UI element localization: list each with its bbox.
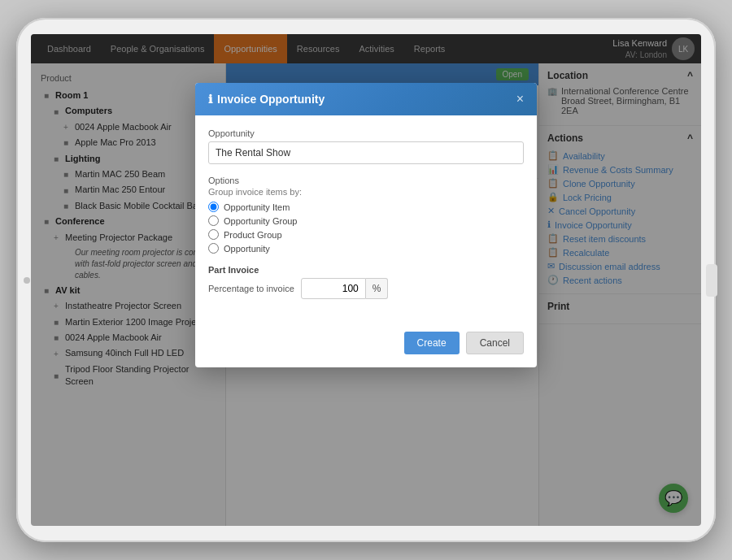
part-invoice-label: Part Invoice <box>208 265 524 275</box>
opportunity-field-group: Opportunity <box>208 128 524 164</box>
radio-group: Opportunity Item Opportunity Group Produ… <box>208 202 524 254</box>
opportunity-input[interactable] <box>208 141 524 164</box>
opportunity-field-label: Opportunity <box>208 128 524 138</box>
ipad-frame: Dashboard People & Organisations Opportu… <box>16 18 716 542</box>
modal-overlay: ℹ Invoice Opportunity × Opportunity Opti… <box>31 34 701 526</box>
modal-close-button[interactable]: × <box>516 93 524 106</box>
modal-icon: ℹ <box>208 93 212 106</box>
invoice-modal: ℹ Invoice Opportunity × Opportunity Opti… <box>195 83 537 367</box>
options-sublabel: Group invoice items by: <box>208 187 524 197</box>
radio-product-group-input[interactable] <box>208 229 219 240</box>
options-section: Options Group invoice items by: Opportun… <box>208 176 524 254</box>
percent-symbol: % <box>366 278 389 299</box>
part-invoice-section: Part Invoice Percentage to invoice % <box>208 265 524 299</box>
radio-opportunity-item-input[interactable] <box>208 202 219 212</box>
percent-input-row: % <box>301 278 389 299</box>
cancel-button[interactable]: Cancel <box>466 332 524 354</box>
ipad-home-button[interactable] <box>706 264 717 297</box>
ipad-camera <box>24 277 30 284</box>
radio-opportunity-group-input[interactable] <box>208 215 219 226</box>
radio-opportunity-label: Opportunity <box>224 244 270 254</box>
modal-body: Opportunity Options Group invoice items … <box>195 115 537 325</box>
percentage-input[interactable] <box>301 278 366 299</box>
options-label: Options <box>208 176 524 185</box>
modal-footer: Create Cancel <box>195 325 537 367</box>
radio-product-group-label: Product Group <box>224 230 282 240</box>
create-button[interactable]: Create <box>404 332 460 354</box>
radio-product-group[interactable]: Product Group <box>208 229 524 240</box>
percentage-label: Percentage to invoice <box>208 284 294 293</box>
modal-title: ℹ Invoice Opportunity <box>208 93 325 106</box>
modal-title-text: Invoice Opportunity <box>217 93 325 106</box>
radio-opportunity-input[interactable] <box>208 243 219 254</box>
ipad-screen: Dashboard People & Organisations Opportu… <box>31 34 701 526</box>
radio-opportunity-group[interactable]: Opportunity Group <box>208 215 524 226</box>
radio-opportunity-item-label: Opportunity Item <box>224 202 290 212</box>
radio-opportunity-group-label: Opportunity Group <box>224 216 298 226</box>
modal-header: ℹ Invoice Opportunity × <box>195 83 537 115</box>
radio-opportunity[interactable]: Opportunity <box>208 243 524 254</box>
radio-opportunity-item[interactable]: Opportunity Item <box>208 202 524 212</box>
